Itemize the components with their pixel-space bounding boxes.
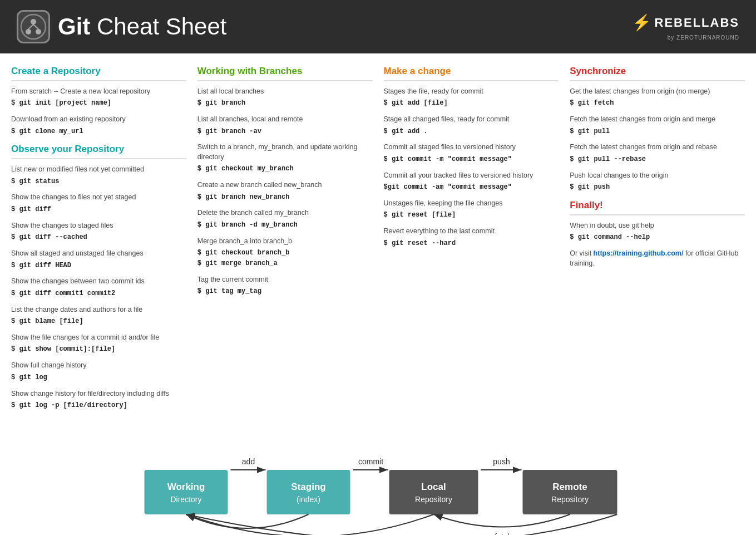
sync-cmd-text-4: $ git push [570, 183, 610, 191]
observe-cmd-text-4: $ git diff HEAD [11, 262, 71, 269]
remote-label2: Repository [551, 495, 589, 504]
observe-desc-3: Show the changes to staged files [11, 221, 186, 231]
rebel-labs-icon: ⚡ [632, 12, 651, 33]
working-label2: Directory [170, 495, 201, 504]
staging-box [267, 470, 350, 514]
create-cmd-text-1: $ git init [project name] [11, 99, 111, 107]
rebel-labs-sub: by ZEROTURNAROUND [668, 34, 739, 42]
observe-cmd-9: Show change history for file/directory i… [11, 389, 186, 410]
push-label: push [493, 457, 510, 466]
observe-cmd-2: Show the changes to files not yet staged… [11, 193, 186, 214]
col-synchronize: Synchronize Get the latest changes from … [570, 65, 745, 417]
create-cmd-text-2: $ git clone my_url [11, 127, 83, 135]
sync-desc-2: Fetch the latest changes from origin and… [570, 115, 745, 125]
branch-cmd-7: Tag the current commit $ git tag my_tag [197, 275, 373, 296]
svg-point-2 [26, 29, 31, 35]
branch-cmd-text-1: $ git branch [197, 99, 245, 107]
observe-cmd-text-3: $ git diff --cached [11, 233, 87, 241]
branch-desc-5: Delete the branch called my_branch [197, 208, 373, 218]
observe-desc-8: Show full change history [11, 361, 186, 371]
local-label2: Repository [415, 495, 452, 504]
svg-point-1 [31, 19, 36, 24]
finally-visit: Or visit https://training.github.com/ fo… [570, 249, 745, 268]
staging-label1: Staging [291, 482, 325, 492]
header-title-bold: Git [58, 13, 90, 40]
branch-cmd-text-5: $ git branch -d my_branch [197, 221, 298, 229]
branch-cmd-text-2: $ git branch -av [197, 127, 261, 135]
branch-cmd-6: Merge branch_a into branch_b $ git check… [197, 237, 373, 268]
change-cmd-text-6: $ git reset --hard [384, 239, 456, 247]
change-cmd-text-3: $ git commit -m "commit message" [384, 155, 512, 163]
branch-cmd-text-7: $ git tag my_tag [197, 287, 261, 295]
working-label1: Working [167, 482, 205, 492]
rebel-labs-text: REBELLABS [655, 14, 739, 32]
branch-cmd-text-4: $ git branch new_branch [197, 193, 290, 201]
change-desc-3: Commit all staged files to versioned his… [384, 143, 559, 153]
branch-desc-6: Merge branch_a into branch_b [197, 237, 373, 247]
working-directory-box [145, 470, 228, 514]
rebel-labs-branding: ⚡ REBELLABS by ZEROTURNAROUND [632, 12, 739, 41]
branch-cmd-3: Switch to a branch, my_branch, and updat… [197, 143, 373, 174]
observe-cmd-4: Show all staged and unstaged file change… [11, 249, 186, 270]
commit-label: commit [358, 457, 383, 466]
section-title-branches: Working with Branches [197, 65, 373, 81]
columns-grid: Create a Repository From scratch -- Crea… [11, 65, 745, 425]
change-cmd-2: Stage all changed files, ready for commi… [384, 115, 559, 136]
staging-label2: (index) [297, 495, 320, 504]
add-label: add [242, 457, 255, 466]
sync-cmd-text-3: $ git pull --rebase [570, 155, 646, 163]
branch-cmd-text-6b: $ git merge branch_a [197, 259, 278, 267]
change-desc-4: Commit all your tracked files to version… [384, 171, 559, 181]
svg-point-3 [36, 29, 41, 35]
change-cmd-4: Commit all your tracked files to version… [384, 171, 559, 192]
header-title-light: Cheat Sheet [90, 13, 226, 40]
col-branches: Working with Branches List all local bra… [197, 65, 373, 417]
fetch-label: fetch [495, 532, 511, 535]
sync-desc-3: Fetch the latest changes from origin and… [570, 143, 745, 153]
change-desc-1: Stages the file, ready for commit [384, 87, 559, 97]
branch-desc-1: List all local branches [197, 87, 373, 97]
svg-line-4 [28, 24, 33, 29]
remote-repo-box [523, 470, 617, 514]
observe-desc-2: Show the changes to files not yet staged [11, 193, 186, 203]
svg-line-5 [33, 24, 38, 29]
change-desc-2: Stage all changed files, ready for commi… [384, 115, 559, 125]
finally-visit-text: Or visit https://training.github.com/ fo… [570, 249, 745, 268]
observe-cmd-text-7: $ git show [commit]:[file] [11, 345, 115, 353]
header-title: Git Cheat Sheet [58, 11, 227, 43]
observe-desc-6: List the change dates and authors for a … [11, 305, 186, 315]
finally-desc-1: When in doubt, use git help [570, 221, 745, 231]
observe-desc-9: Show change history for file/directory i… [11, 389, 186, 399]
branch-desc-4: Create a new branch called new_branch [197, 180, 373, 190]
sync-cmd-1: Get the latest changes from origin (no m… [570, 87, 745, 108]
branch-cmd-1: List all local branches $ git branch [197, 87, 373, 108]
sync-cmd-text-1: $ git fetch [570, 99, 614, 107]
header-left: Git Cheat Sheet [17, 10, 227, 43]
col-make-change: Make a change Stages the file, ready for… [384, 65, 559, 417]
col-create-observe: Create a Repository From scratch -- Crea… [11, 65, 186, 417]
create-cmd-2: Download from an existing repository $ g… [11, 115, 186, 136]
main-content: Create a Repository From scratch -- Crea… [0, 53, 756, 535]
observe-cmd-text-2: $ git diff [11, 205, 51, 213]
observe-desc-5: Show the changes between two commit ids [11, 277, 186, 287]
branch-cmd-5: Delete the branch called my_branch $ git… [197, 208, 373, 229]
section-title-observe: Observe your Repository [11, 143, 186, 159]
observe-cmd-3: Show the changes to staged files $ git d… [11, 221, 186, 242]
change-cmd-3: Commit all staged files to versioned his… [384, 143, 559, 164]
change-cmd-text-5: $ git reset [file] [384, 211, 456, 219]
sync-desc-1: Get the latest changes from origin (no m… [570, 87, 745, 97]
sync-desc-4: Push local changes to the origin [570, 171, 745, 181]
change-cmd-6: Revert everything to the last commit $ g… [384, 227, 559, 248]
diagram-svg: Working Directory Staging (index) Local … [22, 436, 734, 535]
diagram-area: Working Directory Staging (index) Local … [11, 431, 745, 535]
finally-link[interactable]: https://training.github.com/ [594, 249, 684, 257]
branch-cmd-text-3: $ git checkout my_branch [197, 165, 294, 173]
sync-cmd-3: Fetch the latest changes from origin and… [570, 143, 745, 164]
section-title-change: Make a change [384, 65, 559, 81]
git-logo-icon [17, 10, 50, 43]
observe-cmd-text-5: $ git diff commit1 commit2 [11, 289, 115, 297]
branch-desc-7: Tag the current commit [197, 275, 373, 285]
sync-cmd-text-2: $ git pull [570, 127, 610, 135]
change-desc-5: Unstages file, keeping the file changes [384, 199, 559, 209]
observe-cmd-text-1: $ git status [11, 178, 59, 185]
